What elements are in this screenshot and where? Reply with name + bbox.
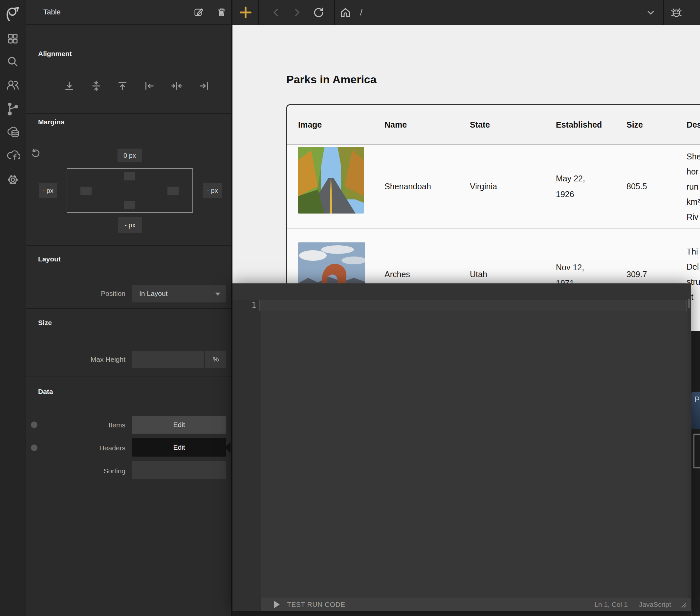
test-run-code-label: TEST RUN CODE: [287, 601, 346, 608]
items-edit-button[interactable]: Edit: [132, 416, 226, 434]
cell-size: 309.7: [626, 270, 687, 279]
debug-bug-icon[interactable]: [670, 5, 683, 20]
align-bottom-icon[interactable]: [63, 80, 75, 92]
components-grid-icon[interactable]: [6, 32, 20, 45]
graph-node-label: Pa: [695, 395, 700, 404]
col-header-description: Des: [687, 120, 700, 130]
editor-line-number: 1: [246, 301, 256, 309]
alignment-heading: Alignment: [38, 50, 72, 58]
editor-status-right: Ln 1, Col 1 JavaScript: [594, 601, 671, 608]
align-left-icon[interactable]: [143, 80, 155, 92]
col-header-established: Established: [556, 120, 626, 130]
size-heading: Size: [38, 319, 52, 327]
delete-component-icon[interactable]: [216, 7, 227, 18]
margin-right-field[interactable]: - px: [203, 183, 222, 198]
align-center-vertical-icon[interactable]: [90, 80, 102, 92]
rename-component-icon[interactable]: [193, 7, 204, 18]
headers-popup-tail: [225, 442, 230, 453]
toolbar-divider: [663, 0, 664, 25]
cell-name: Shenandoah: [385, 182, 470, 191]
editor-gutter: [233, 300, 261, 611]
url-path[interactable]: /: [360, 7, 362, 17]
position-value: In Layout: [139, 290, 167, 297]
headers-label: Headers: [66, 444, 125, 452]
max-height-input[interactable]: [132, 351, 204, 368]
cell-name: Arches: [385, 270, 470, 279]
margin-top-field[interactable]: 0 px: [117, 149, 142, 162]
align-center-horizontal-icon[interactable]: [171, 80, 183, 92]
margin-top-handle[interactable]: [124, 172, 135, 180]
table-header-row: Image Name State Established Size Des: [287, 105, 700, 145]
editor-code-area[interactable]: [261, 300, 688, 598]
test-run-code-button[interactable]: TEST RUN CODE: [274, 601, 346, 608]
cloud-functions-icon[interactable]: [5, 148, 20, 162]
sorting-field[interactable]: [132, 461, 226, 479]
refresh-icon[interactable]: [313, 7, 324, 18]
preview-toolbar: /: [233, 0, 700, 25]
reset-margins-icon[interactable]: [30, 148, 41, 159]
nav-forward-icon[interactable]: [292, 8, 302, 17]
divider: [26, 24, 231, 25]
divider: [26, 245, 231, 246]
headers-edit-button[interactable]: Edit: [132, 438, 226, 457]
app-logo-icon[interactable]: [5, 6, 20, 23]
resize-grip[interactable]: [678, 601, 687, 608]
nav-back-icon[interactable]: [271, 8, 281, 17]
col-header-name: Name: [385, 120, 470, 130]
icon-rail: [0, 0, 26, 616]
cursor-position: Ln 1, Col 1: [594, 601, 628, 608]
home-icon[interactable]: [339, 7, 351, 18]
items-connection-dot[interactable]: [31, 422, 37, 428]
margin-left-field[interactable]: - px: [39, 183, 57, 198]
code-editor-popup: 1 TEST RUN CODE Ln 1, Col 1 JavaScript: [233, 283, 691, 611]
editor-current-line[interactable]: [259, 300, 687, 311]
data-heading: Data: [38, 388, 53, 396]
graph-node-partial[interactable]: Pa: [691, 392, 700, 429]
viewport-chevron-down-icon[interactable]: [645, 7, 656, 18]
page-title: Parks in America: [286, 73, 377, 86]
position-dropdown[interactable]: In Layout: [132, 285, 226, 303]
cell-size: 805.5: [626, 182, 687, 191]
cell-established: May 22, 1926: [556, 170, 595, 202]
sorting-label: Sorting: [66, 467, 125, 475]
headers-connection-dot[interactable]: [31, 445, 37, 451]
graph-node-port-bracket: [693, 434, 700, 469]
cell-state: Virginia: [470, 182, 556, 191]
col-header-size: Size: [626, 120, 687, 130]
toolbar-divider: [334, 0, 335, 25]
layout-heading: Layout: [38, 255, 61, 263]
editor-scrollbar-thumb[interactable]: [688, 299, 690, 308]
align-right-icon[interactable]: [198, 80, 210, 92]
users-icon[interactable]: [6, 78, 20, 92]
margin-left-handle[interactable]: [80, 187, 91, 195]
margins-heading: Margins: [38, 118, 65, 126]
col-header-state: State: [470, 120, 556, 130]
cell-description: She hor run km² Riv: [687, 145, 700, 224]
app-window: { "panel": { "title": "Table", "alignmen…: [0, 0, 700, 616]
settings-gear-icon[interactable]: [6, 173, 20, 187]
divider: [26, 376, 231, 377]
col-header-image: Image: [298, 120, 385, 130]
table-row[interactable]: Shenandoah Virginia May 22, 1926 805.5 S…: [287, 145, 700, 229]
margin-right-handle[interactable]: [167, 187, 179, 195]
chevron-down-icon: [215, 293, 220, 296]
node-graph-panel-edge: [691, 331, 691, 616]
position-label: Position: [66, 290, 125, 297]
language-indicator[interactable]: JavaScript: [639, 601, 671, 608]
items-label: Items: [66, 421, 125, 429]
align-top-icon[interactable]: [116, 80, 128, 92]
main-area: / Parks in America Image Name: [233, 0, 700, 616]
divider: [26, 308, 231, 309]
add-node-icon[interactable]: [239, 5, 252, 20]
margin-bottom-field[interactable]: - px: [118, 217, 142, 233]
cloud-data-icon[interactable]: [5, 125, 20, 139]
version-control-icon[interactable]: [6, 102, 20, 116]
margin-bottom-handle[interactable]: [124, 201, 135, 209]
search-icon[interactable]: [6, 55, 20, 68]
margins-box: [67, 168, 193, 213]
max-height-unit[interactable]: %: [205, 351, 226, 368]
shenandoah-photo: [298, 147, 364, 214]
cell-state: Utah: [470, 270, 556, 279]
panel-title: Table: [43, 8, 61, 16]
toolbar-divider: [258, 0, 259, 25]
